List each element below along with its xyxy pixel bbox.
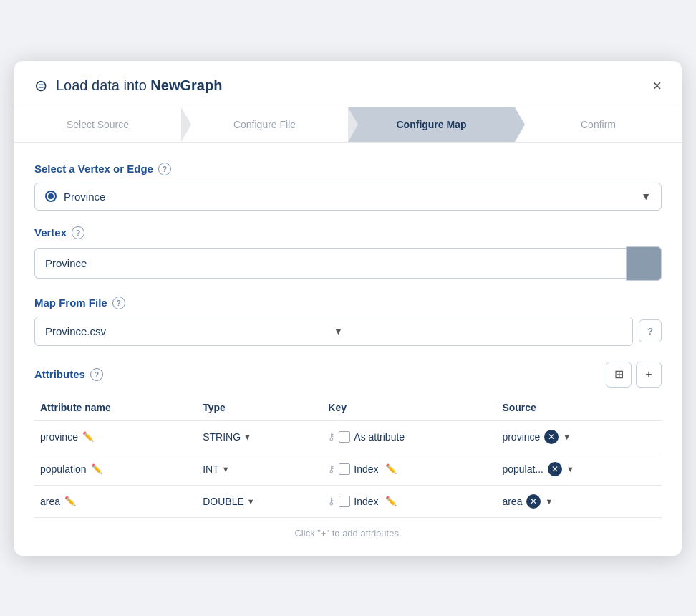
database-icon: ⊜ <box>34 77 47 95</box>
steps-bar: Select Source Configure File Configure M… <box>14 107 682 143</box>
map-file-dropdown[interactable]: Province.csv ▼ <box>34 317 633 346</box>
load-data-modal: ⊜ Load data into NewGraph × Select Sourc… <box>14 61 682 556</box>
col-attribute-name: Attribute name <box>34 398 197 421</box>
col-source: Source <box>496 398 662 421</box>
source-text: province <box>502 431 540 443</box>
source-remove-button[interactable]: ✕ <box>548 462 562 476</box>
attr-name-cell: area ✏️ <box>34 485 197 517</box>
add-attributes-hint: Click "+" to add attributes. <box>34 518 662 542</box>
attr-name-text: province ✏️ <box>40 431 191 443</box>
grid-view-button[interactable]: ⊞ <box>606 362 632 388</box>
vertex-edge-selected: Province <box>64 191 641 203</box>
attr-name-text: area ✏️ <box>40 496 191 507</box>
plus-icon: + <box>645 368 652 381</box>
source-chevron-icon[interactable]: ▼ <box>566 465 574 473</box>
modal-title-area: ⊜ Load data into NewGraph <box>34 77 222 95</box>
key-label: Index <box>354 496 378 507</box>
type-chevron-icon: ▼ <box>222 465 230 473</box>
step-configure-file[interactable]: Configure File <box>181 107 348 142</box>
attr-name-text: population ✏️ <box>40 463 191 475</box>
attr-type-select[interactable]: DOUBLE ▼ <box>203 496 316 507</box>
source-remove-button[interactable]: ✕ <box>544 430 559 444</box>
key-label: Index <box>354 463 378 475</box>
source-chevron-icon[interactable]: ▼ <box>563 433 571 441</box>
map-file-help-icon[interactable]: ? <box>639 319 662 342</box>
map-file-chevron-icon: ▼ <box>334 326 622 337</box>
attributes-table: Attribute name Type Key Source province … <box>34 398 662 518</box>
source-chevron-icon[interactable]: ▼ <box>545 497 553 506</box>
key-cell-content: ⚷ Index ✏️ <box>328 463 490 475</box>
key-checkbox[interactable] <box>339 496 350 507</box>
attributes-label: Attributes ? <box>34 368 103 381</box>
source-text: populat... <box>502 463 543 475</box>
attr-type-cell: INT ▼ <box>197 453 322 485</box>
index-edit-icon[interactable]: ✏️ <box>385 496 397 506</box>
index-edit-icon[interactable]: ✏️ <box>385 463 397 474</box>
attr-type-cell: DOUBLE ▼ <box>197 485 322 517</box>
attr-key-cell: ⚷ Index ✏️ <box>322 453 496 485</box>
attr-key-cell: ⚷ Index ✏️ <box>322 485 496 517</box>
vertex-edge-label: Select a Vertex or Edge ? <box>34 163 662 175</box>
vertex-input-row <box>34 246 662 281</box>
vertex-help-icon[interactable]: ? <box>72 226 84 239</box>
attr-source-cell: area ✕ ▼ <box>496 485 662 517</box>
attr-type-cell: STRING ▼ <box>197 420 322 453</box>
attr-name-cell: province ✏️ <box>34 420 197 453</box>
source-cell-content: province ✕ ▼ <box>502 430 656 444</box>
attr-name-cell: population ✏️ <box>34 453 197 485</box>
attr-type-select[interactable]: INT ▼ <box>203 463 316 475</box>
key-checkbox[interactable] <box>339 463 350 475</box>
step-configure-map[interactable]: Configure Map <box>348 107 515 142</box>
vertex-edge-chevron-icon: ▼ <box>641 191 651 202</box>
source-cell-content: area ✕ ▼ <box>502 494 656 509</box>
key-icon: ⚷ <box>328 431 335 442</box>
key-cell-content: ⚷ As attribute <box>328 431 490 443</box>
map-file-selected: Province.csv <box>45 325 334 337</box>
attr-source-cell: populat... ✕ ▼ <box>496 453 662 485</box>
key-cell-content: ⚷ Index ✏️ <box>328 496 490 507</box>
attributes-help-icon[interactable]: ? <box>90 368 103 381</box>
key-checkbox[interactable] <box>339 431 350 443</box>
table-row: province ✏️STRING ▼ ⚷ As attribute provi… <box>34 420 662 453</box>
modal-title: Load data into NewGraph <box>56 77 222 94</box>
source-text: area <box>502 496 522 507</box>
step-confirm[interactable]: Confirm <box>515 107 682 142</box>
vertex-edge-help-icon[interactable]: ? <box>158 163 171 175</box>
attr-key-cell: ⚷ As attribute <box>322 420 496 453</box>
col-key: Key <box>322 398 496 421</box>
type-chevron-icon: ▼ <box>247 497 255 506</box>
table-row: population ✏️INT ▼ ⚷ Index ✏️ populat...… <box>34 453 662 485</box>
attr-name-edit-icon[interactable]: ✏️ <box>64 496 76 506</box>
step-select-source[interactable]: Select Source <box>14 107 181 142</box>
source-remove-button[interactable]: ✕ <box>526 494 541 509</box>
radio-dot <box>45 191 57 202</box>
type-chevron-icon: ▼ <box>243 433 251 441</box>
modal-content: Select a Vertex or Edge ? Province ▼ Ver… <box>14 143 682 556</box>
map-from-file-row: Province.csv ▼ ? <box>34 317 662 346</box>
vertex-input[interactable] <box>34 248 626 279</box>
vertex-edge-dropdown[interactable]: Province ▼ <box>34 183 662 211</box>
key-icon: ⚷ <box>328 496 335 506</box>
add-attribute-button[interactable]: + <box>636 362 662 388</box>
table-row: area ✏️DOUBLE ▼ ⚷ Index ✏️ area ✕ ▼ <box>34 485 662 517</box>
grid-icon: ⊞ <box>614 367 624 381</box>
attr-name-edit-icon[interactable]: ✏️ <box>91 463 102 474</box>
attributes-toolbar: ⊞ + <box>606 362 662 388</box>
attr-source-cell: province ✕ ▼ <box>496 420 662 453</box>
attr-type-select[interactable]: STRING ▼ <box>203 431 316 443</box>
modal-header: ⊜ Load data into NewGraph × <box>14 61 682 107</box>
attributes-header: Attributes ? ⊞ + <box>34 362 662 388</box>
map-from-file-label: Map From File ? <box>34 297 662 309</box>
attr-name-edit-icon[interactable]: ✏️ <box>82 431 94 442</box>
key-label: As attribute <box>354 431 405 443</box>
vertex-label: Vertex ? <box>34 226 662 239</box>
vertex-color-button[interactable] <box>626 246 662 281</box>
map-from-file-help-icon[interactable]: ? <box>112 297 125 309</box>
key-icon: ⚷ <box>328 463 335 474</box>
table-header-row: Attribute name Type Key Source <box>34 398 662 421</box>
source-cell-content: populat... ✕ ▼ <box>502 462 656 476</box>
close-button[interactable]: × <box>652 78 662 94</box>
col-type: Type <box>197 398 322 421</box>
